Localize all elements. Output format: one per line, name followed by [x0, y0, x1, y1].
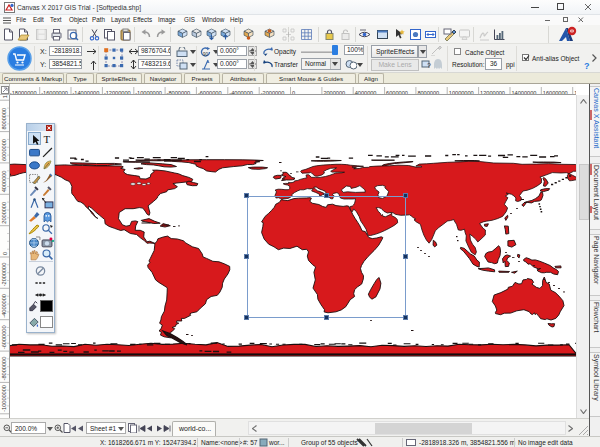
svg-text:90: 90 — [203, 52, 209, 57]
svg-text:-2000000: -2000000 — [2, 263, 8, 287]
svg-text:-10000000: -10000000 — [2, 385, 8, 412]
svg-text:-4000000: -4000000 — [2, 294, 8, 318]
svg-text:0: 0 — [2, 252, 8, 255]
svg-text:?: ? — [427, 62, 431, 69]
svg-text:2000000: 2000000 — [2, 202, 8, 224]
svg-text:4000000: 4000000 — [2, 171, 8, 193]
svg-text:-8000000: -8000000 — [2, 357, 8, 381]
svg-text:10000000: 10000000 — [2, 95, 8, 98]
svg-text:-6000000: -6000000 — [2, 325, 8, 349]
svg-text:8000000: 8000000 — [2, 108, 8, 130]
svg-text:T: T — [44, 133, 51, 145]
svg-text:6000000: 6000000 — [2, 139, 8, 161]
